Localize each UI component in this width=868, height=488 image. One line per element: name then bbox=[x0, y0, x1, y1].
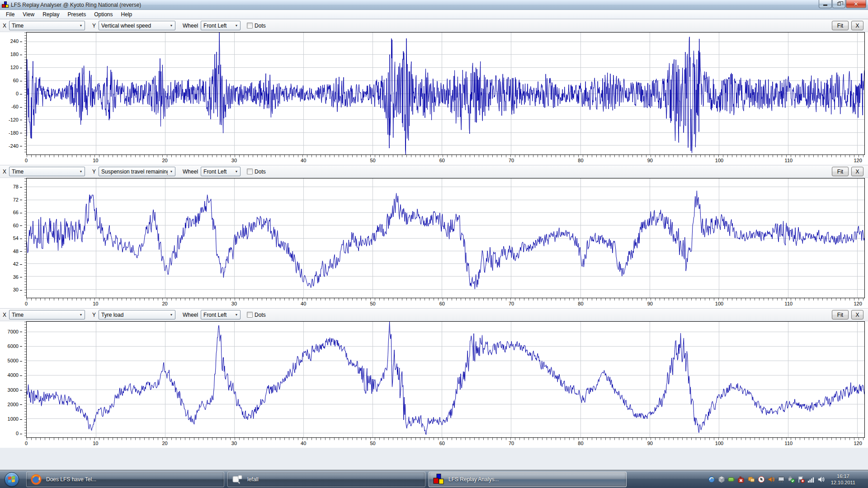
y-tick-label: 54 bbox=[13, 235, 22, 241]
y-tick-label: 60 bbox=[13, 223, 22, 228]
y-tick-label: -240 bbox=[9, 143, 22, 149]
dots-checkbox[interactable]: Dots bbox=[247, 312, 266, 318]
menu-item-presets[interactable]: Presets bbox=[64, 10, 90, 19]
cube-icon[interactable] bbox=[717, 475, 726, 483]
taskbar-button-lefall[interactable]: lefall bbox=[227, 472, 425, 487]
close-icon: ✕ bbox=[854, 1, 858, 7]
x-axis-select[interactable]: Time ▼ bbox=[9, 21, 85, 30]
y-tick-label: 30 bbox=[13, 287, 22, 292]
x-tick-label: 110 bbox=[785, 441, 793, 446]
wheel-select[interactable]: Front Left ▼ bbox=[201, 167, 241, 176]
x-axis-select[interactable]: Time ▼ bbox=[9, 310, 85, 319]
action-center-flag-icon[interactable] bbox=[797, 475, 806, 483]
pointer-icon[interactable] bbox=[757, 475, 766, 483]
fit-button[interactable]: Fit bbox=[832, 21, 849, 30]
menu-item-replay[interactable]: Replay bbox=[38, 10, 63, 19]
y-axis-ticks: 70006000500040003000200010000 bbox=[0, 321, 26, 438]
title-bar[interactable]: LFS Replay Analyser @ Kyoto Ring Nationa… bbox=[0, 0, 868, 10]
menu-item-file[interactable]: File bbox=[2, 10, 19, 19]
y-axis-select[interactable]: Vertical wheel speed ▼ bbox=[99, 21, 175, 30]
clock[interactable]: 16:17 12.10.2011 bbox=[827, 473, 859, 486]
menu-item-help[interactable]: Help bbox=[117, 10, 137, 19]
x-tick-label: 50 bbox=[370, 158, 375, 163]
usb-eject-icon[interactable] bbox=[787, 475, 796, 483]
y-tick-label: 6000 bbox=[8, 343, 22, 349]
y-axis-ticks: 787266605448423630 bbox=[0, 178, 26, 298]
chart-plot-vertical-wheel-speed[interactable] bbox=[26, 32, 865, 155]
x-tick-label: 20 bbox=[162, 301, 167, 306]
checkbox-box[interactable] bbox=[247, 23, 253, 28]
updater-icon[interactable] bbox=[708, 475, 716, 483]
display-icon[interactable] bbox=[777, 475, 786, 483]
y-tick-label: 72 bbox=[13, 197, 22, 202]
minimize-button[interactable] bbox=[819, 0, 832, 8]
chevron-down-icon: ▼ bbox=[77, 170, 85, 173]
wheel-select[interactable]: Front Left ▼ bbox=[201, 21, 241, 30]
battery-icon[interactable] bbox=[727, 475, 736, 483]
x-tick-label: 60 bbox=[439, 441, 445, 446]
wheel-label: Wheel bbox=[183, 23, 198, 29]
checkbox-box[interactable] bbox=[247, 312, 253, 318]
x-tick-label: 50 bbox=[370, 301, 375, 306]
chevron-down-icon: ▼ bbox=[77, 313, 85, 316]
taskbar-button-label: LFS Replay Analys... bbox=[448, 476, 499, 483]
x-tick-label: 40 bbox=[301, 441, 306, 446]
x-tick-label: 40 bbox=[301, 158, 306, 163]
y-tick-label: 66 bbox=[13, 210, 22, 215]
chevron-down-icon: ▼ bbox=[168, 170, 175, 173]
x-axis-ticks: 0102030405060708090100110120 bbox=[26, 438, 865, 448]
fit-button[interactable]: Fit bbox=[832, 167, 849, 176]
start-button[interactable] bbox=[0, 470, 24, 488]
system-tray: 16:17 12.10.2011 bbox=[708, 470, 868, 488]
chart-panel-tyre-load: X Time ▼ Y Tyre load ▼ Wheel Front Left … bbox=[0, 308, 868, 448]
y-axis-select[interactable]: Suspension travel remaining ▼ bbox=[99, 167, 175, 176]
chart-plot-tyre-load[interactable] bbox=[26, 321, 865, 438]
dots-checkbox[interactable]: Dots bbox=[247, 23, 266, 29]
y-axis-label: Y bbox=[92, 169, 96, 175]
network-signal-icon[interactable] bbox=[807, 475, 816, 483]
wheel-select[interactable]: Front Left ▼ bbox=[201, 310, 241, 319]
chart-plot-suspension-travel[interactable] bbox=[26, 178, 865, 298]
menu-bar: FileViewReplayPresetsOptionsHelp bbox=[0, 10, 868, 19]
menu-item-options[interactable]: Options bbox=[90, 10, 117, 19]
y-tick-label: 240 bbox=[10, 38, 22, 44]
y-tick-label: 4000 bbox=[8, 372, 22, 378]
close-chart-button[interactable]: X bbox=[851, 21, 863, 30]
close-chart-button[interactable]: X bbox=[851, 167, 863, 176]
x-axis-select[interactable]: Time ▼ bbox=[9, 167, 85, 176]
wheel-label: Wheel bbox=[183, 169, 198, 175]
y-axis-select[interactable]: Tyre load ▼ bbox=[99, 310, 175, 319]
checkbox-box[interactable] bbox=[247, 169, 253, 174]
fit-button[interactable]: Fit bbox=[832, 310, 849, 319]
close-button[interactable]: ✕ bbox=[846, 0, 866, 8]
window-stack-icon bbox=[231, 474, 243, 485]
chevron-down-icon: ▼ bbox=[168, 313, 175, 316]
x-tick-label: 10 bbox=[93, 301, 98, 306]
x-tick-label: 120 bbox=[854, 441, 862, 446]
client-area bbox=[0, 448, 868, 470]
y-tick-label: 42 bbox=[13, 261, 22, 267]
x-tick-label: 0 bbox=[25, 301, 28, 306]
x-tick-label: 20 bbox=[162, 158, 167, 163]
volume-mixer-icon[interactable] bbox=[767, 475, 776, 483]
y-tick-label: 180 bbox=[10, 52, 22, 57]
messenger-icon[interactable] bbox=[747, 475, 756, 483]
dots-checkbox[interactable]: Dots bbox=[247, 169, 266, 175]
close-chart-button[interactable]: X bbox=[851, 310, 863, 319]
speaker-icon[interactable] bbox=[817, 475, 826, 483]
x-axis-label: X bbox=[3, 23, 6, 29]
taskbar: Does LFS have Tel...lefallLFS Replay Ana… bbox=[0, 470, 868, 488]
chevron-down-icon: ▼ bbox=[233, 24, 240, 27]
restore-button[interactable] bbox=[832, 0, 845, 8]
menu-item-view[interactable]: View bbox=[19, 10, 38, 19]
minimize-icon bbox=[823, 5, 827, 6]
y-tick-label: 7000 bbox=[8, 329, 22, 334]
taskbar-button-label: Does LFS have Tel... bbox=[46, 476, 96, 483]
y-tick-label: 0 bbox=[16, 91, 22, 96]
taskbar-button-does-lfs-have-tel[interactable]: Does LFS have Tel... bbox=[26, 472, 224, 487]
antivirus-flag-icon[interactable] bbox=[737, 475, 746, 483]
x-tick-label: 110 bbox=[785, 158, 793, 163]
taskbar-button-lfs-replay-analys[interactable]: LFS Replay Analys... bbox=[429, 472, 627, 487]
y-tick-label: 0 bbox=[16, 431, 22, 436]
chart2-toolbar: X Time ▼ Y Suspension travel remaining ▼… bbox=[0, 165, 868, 178]
